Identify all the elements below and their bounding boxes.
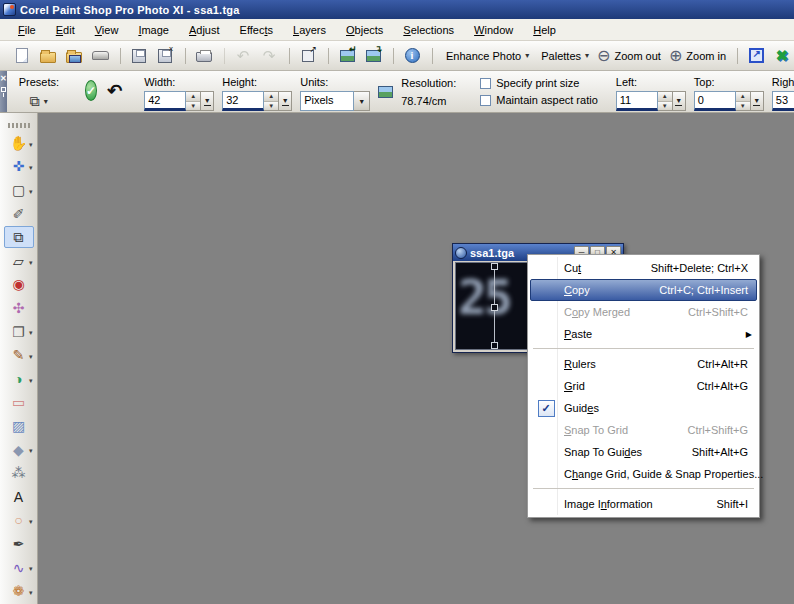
- guides-item[interactable]: Guides: [530, 397, 757, 419]
- menu-file[interactable]: File: [8, 21, 46, 39]
- red-eye-tool[interactable]: ◉: [4, 274, 34, 296]
- tools-palette: ✋ ✜ ▢ ✐ ⧉ ▱ ◉ ✣: [0, 113, 38, 604]
- color-changer-tool[interactable]: ◑: [4, 368, 34, 390]
- width-input[interactable]: 42: [144, 91, 186, 111]
- apply-button[interactable]: ✓: [85, 80, 97, 101]
- crop-tool[interactable]: ⧉: [4, 226, 34, 248]
- eraser-tool[interactable]: ▭: [4, 392, 34, 414]
- height-input[interactable]: 32: [222, 91, 264, 111]
- maintain-aspect-ratio-checkbox[interactable]: [480, 95, 491, 106]
- menu-help[interactable]: Help: [523, 21, 566, 39]
- specify-print-size-checkbox[interactable]: [480, 78, 491, 89]
- menu-window[interactable]: Window: [464, 21, 523, 39]
- airbrush-tool[interactable]: ⁂: [4, 462, 34, 484]
- browse-button[interactable]: [61, 44, 87, 68]
- crop-handle-middle[interactable]: [491, 304, 498, 311]
- tools-palette-grip[interactable]: [8, 123, 30, 128]
- paste-item[interactable]: Paste: [530, 323, 757, 345]
- redo-button[interactable]: [256, 44, 282, 68]
- width-spinner[interactable]: ▲▼: [186, 91, 201, 111]
- zoom-in-button[interactable]: Zoom in: [665, 44, 730, 68]
- submenu-arrow-icon: [746, 330, 752, 339]
- cut-item[interactable]: Cut Shift+Delete; Ctrl+X: [530, 257, 757, 279]
- tool-icon: A: [14, 490, 23, 504]
- resolution-icon: [378, 86, 393, 98]
- copy-merged-item[interactable]: Copy Merged Ctrl+Shift+C: [530, 301, 757, 323]
- menu-layers[interactable]: Layers: [283, 21, 336, 39]
- clear-crop-button[interactable]: ↶: [107, 80, 122, 112]
- photo-export-button[interactable]: [360, 44, 386, 68]
- crop-handle-top[interactable]: [491, 263, 498, 270]
- image-digits: 25: [458, 269, 510, 325]
- units-select[interactable]: Pixels: [300, 91, 370, 111]
- makeover-tool[interactable]: ✣: [4, 297, 34, 319]
- height-spinner[interactable]: ▲▼: [264, 91, 279, 111]
- enhance-photo-button[interactable]: Enhance Photo: [438, 44, 533, 68]
- save-button[interactable]: [126, 44, 152, 68]
- presets-dropdown[interactable]: ⧉ ▾: [19, 91, 59, 112]
- perspective-correction-tool[interactable]: ▱: [4, 250, 34, 272]
- photo-import-button[interactable]: [334, 44, 360, 68]
- pin-palette-icon[interactable]: [1, 87, 6, 92]
- undo-button[interactable]: [230, 44, 256, 68]
- preset-shape-tool[interactable]: ○: [4, 510, 34, 532]
- menu-adjust[interactable]: Adjust: [179, 21, 230, 39]
- background-eraser-tool[interactable]: ▨: [4, 415, 34, 437]
- workspace-button[interactable]: [743, 44, 769, 68]
- menu-objects[interactable]: Objects: [336, 21, 393, 39]
- palettes-button[interactable]: Palettes: [533, 44, 593, 68]
- copy-item[interactable]: Copy Ctrl+C; Ctrl+Insert: [530, 279, 757, 301]
- menu-image[interactable]: Image: [128, 21, 179, 39]
- text-tool[interactable]: A: [4, 486, 34, 508]
- menu-edit[interactable]: Edit: [46, 21, 85, 39]
- menubar: File Edit View Image Adjust Effects Laye…: [0, 19, 794, 41]
- menu-selections[interactable]: Selections: [393, 21, 464, 39]
- flood-fill-tool[interactable]: ◆: [4, 439, 34, 461]
- new-button[interactable]: [9, 44, 35, 68]
- left-slider-button[interactable]: [673, 91, 686, 111]
- top-spinner[interactable]: ▲▼: [736, 91, 751, 111]
- selection-tool[interactable]: ▢: [4, 179, 34, 201]
- resize-button[interactable]: [295, 44, 321, 68]
- snap-to-grid-item[interactable]: Snap To Grid Ctrl+Shift+G: [530, 419, 757, 441]
- snap-to-guides-item[interactable]: Snap To Guides Shift+Alt+G: [530, 441, 757, 463]
- units-dropdown-icon[interactable]: [354, 91, 370, 111]
- left-input[interactable]: 11: [616, 91, 658, 111]
- width-label: Width:: [144, 76, 214, 88]
- width-slider-button[interactable]: [201, 91, 214, 111]
- open-button[interactable]: [35, 44, 61, 68]
- image-information-button[interactable]: [399, 44, 425, 68]
- grid-item[interactable]: Grid Ctrl+Alt+G: [530, 375, 757, 397]
- toolbar-button-icon: [92, 51, 109, 60]
- menu-effects[interactable]: Effects: [230, 21, 283, 39]
- palette-edge-strip: ✕: [0, 71, 7, 112]
- corel-button[interactable]: [769, 44, 794, 68]
- pan-tool[interactable]: ✋: [4, 132, 34, 154]
- paint-brush-tool[interactable]: ✎: [4, 344, 34, 366]
- change-grid-properties-item[interactable]: Change Grid, Guide & Snap Properties...: [530, 463, 757, 485]
- clone-brush-tool[interactable]: ❐: [4, 321, 34, 343]
- save-as-button[interactable]: [152, 44, 178, 68]
- left-spinner[interactable]: ▲▼: [658, 91, 673, 111]
- dropper-tool[interactable]: ✐: [4, 203, 34, 225]
- zoom-out-button[interactable]: Zoom out: [593, 44, 665, 68]
- flyout-arrow-icon: [29, 377, 33, 385]
- right-input[interactable]: 53: [772, 91, 794, 111]
- units-value: Pixels: [300, 91, 354, 111]
- warp-brush-tool[interactable]: ∿: [4, 557, 34, 579]
- scan-button[interactable]: [87, 44, 113, 68]
- move-tool[interactable]: ✜: [4, 156, 34, 178]
- top-slider-button[interactable]: [751, 91, 764, 111]
- app-titlebar: Corel Paint Shop Pro Photo XI - ssa1.tga: [0, 0, 794, 19]
- image-information-item[interactable]: Image Information Shift+I: [530, 493, 757, 515]
- menu-view[interactable]: View: [85, 21, 129, 39]
- pen-tool[interactable]: ✒: [4, 533, 34, 555]
- rulers-item[interactable]: Rulers Ctrl+Alt+R: [530, 353, 757, 375]
- print-button[interactable]: [191, 44, 217, 68]
- crop-handle-bottom[interactable]: [491, 342, 498, 349]
- close-palette-icon[interactable]: ✕: [0, 74, 7, 83]
- toolbar-button-icon: [66, 52, 82, 63]
- height-slider-button[interactable]: [279, 91, 292, 111]
- art-media-tool[interactable]: ❁: [4, 580, 34, 602]
- top-input[interactable]: 0: [694, 91, 736, 111]
